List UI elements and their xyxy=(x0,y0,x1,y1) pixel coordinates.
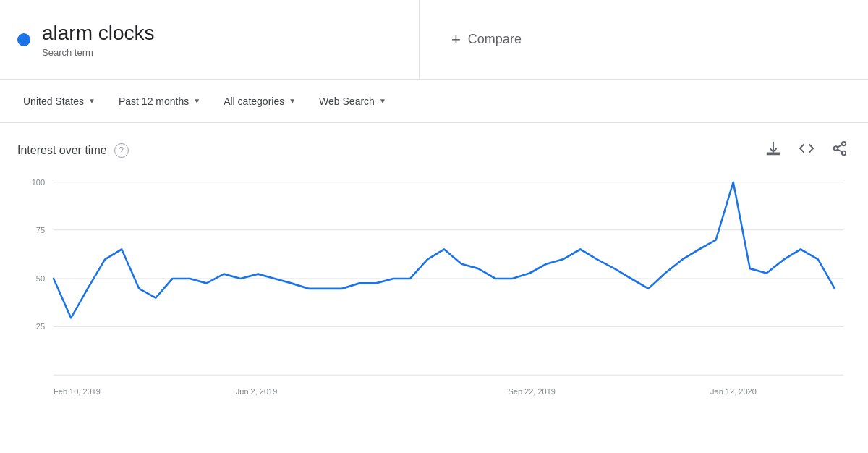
search-term-section: alarm clocks Search term xyxy=(0,0,420,79)
svg-point-0 xyxy=(842,142,846,146)
search-term-dot xyxy=(17,33,30,46)
svg-line-4 xyxy=(838,145,842,148)
svg-text:Sep 22, 2019: Sep 22, 2019 xyxy=(508,387,556,396)
svg-text:50: 50 xyxy=(36,274,45,283)
embed-button[interactable] xyxy=(796,137,817,163)
compare-button[interactable]: + Compare xyxy=(443,25,530,55)
chart-title-area: Interest over time ? xyxy=(17,143,129,158)
compare-section: + Compare xyxy=(420,0,868,79)
time-period-dropdown-arrow: ▼ xyxy=(193,97,200,105)
search-type-dropdown-arrow: ▼ xyxy=(379,97,386,105)
chart-section: Interest over time ? xyxy=(0,123,868,418)
svg-line-3 xyxy=(838,149,842,152)
svg-point-1 xyxy=(834,146,838,151)
search-type-dropdown[interactable]: Web Search ▼ xyxy=(310,90,395,113)
time-period-dropdown[interactable]: Past 12 months ▼ xyxy=(110,90,209,113)
search-term-text: alarm clocks Search term xyxy=(42,21,155,58)
svg-text:Jun 2, 2019: Jun 2, 2019 xyxy=(236,387,278,396)
share-button[interactable] xyxy=(829,137,851,163)
search-type-label: Web Search xyxy=(319,96,375,107)
search-term-title: alarm clocks xyxy=(42,21,155,46)
svg-point-2 xyxy=(842,151,846,156)
category-dropdown-arrow: ▼ xyxy=(289,97,296,105)
compare-plus-icon: + xyxy=(451,30,461,49)
svg-text:100: 100 xyxy=(32,178,45,187)
download-button[interactable] xyxy=(762,137,784,163)
help-icon[interactable]: ? xyxy=(114,143,129,158)
chart-container: 100 75 50 25 Feb 10, 2019 Jun 2, 2019 Se… xyxy=(17,174,851,406)
svg-text:75: 75 xyxy=(36,226,45,234)
svg-text:Feb 10, 2019: Feb 10, 2019 xyxy=(54,387,101,396)
interest-over-time-chart: 100 75 50 25 Feb 10, 2019 Jun 2, 2019 Se… xyxy=(17,174,851,406)
trend-line xyxy=(54,182,835,318)
compare-label: Compare xyxy=(468,32,522,47)
search-term-subtitle: Search term xyxy=(42,47,155,58)
svg-text:Jan 12, 2020: Jan 12, 2020 xyxy=(710,387,757,396)
header: alarm clocks Search term + Compare xyxy=(0,0,868,80)
chart-title: Interest over time xyxy=(17,144,107,157)
category-label: All categories xyxy=(224,96,284,107)
region-dropdown-arrow: ▼ xyxy=(88,97,95,105)
chart-header: Interest over time ? xyxy=(17,137,851,163)
chart-actions xyxy=(762,137,851,163)
time-period-label: Past 12 months xyxy=(119,96,189,107)
region-dropdown[interactable]: United States ▼ xyxy=(14,90,104,113)
region-label: United States xyxy=(23,96,84,107)
category-dropdown[interactable]: All categories ▼ xyxy=(215,90,305,113)
svg-text:25: 25 xyxy=(36,322,45,331)
filter-bar: United States ▼ Past 12 months ▼ All cat… xyxy=(0,80,868,123)
